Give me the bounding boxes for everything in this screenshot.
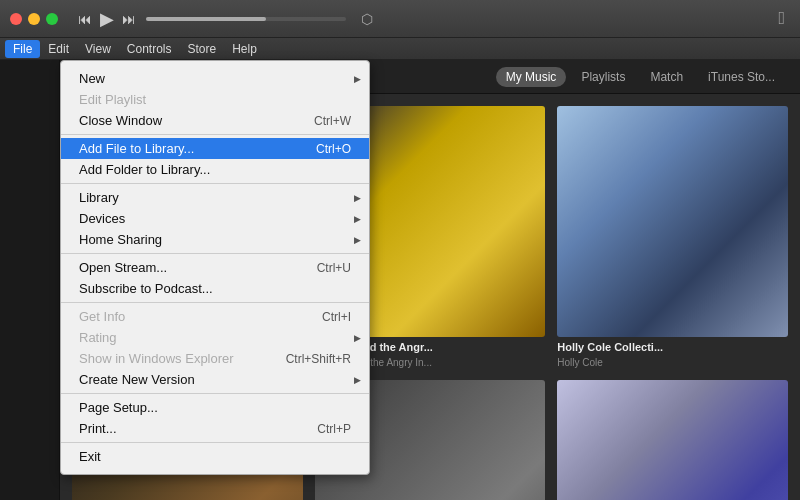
minimize-button[interactable]: [28, 13, 40, 25]
menu-rating: Rating: [61, 327, 369, 348]
close-button[interactable]: [10, 13, 22, 25]
rewind-button[interactable]: ⏮: [78, 11, 92, 27]
play-button[interactable]: ▶: [100, 8, 114, 30]
transport-controls: ⏮ ▶ ⏭: [78, 8, 136, 30]
album-artist: Holly Cole: [557, 357, 788, 368]
menu-add-folder[interactable]: Add Folder to Library...: [61, 159, 369, 180]
menu-edit-playlist: Edit Playlist: [61, 89, 369, 110]
menu-library[interactable]: Library: [61, 187, 369, 208]
menu-file[interactable]: File: [5, 40, 40, 58]
menu-section-5: Get Info Ctrl+I Rating Show in Windows E…: [61, 303, 369, 394]
menu-section-3: Library Devices Home Sharing: [61, 184, 369, 254]
album-title: Holly Cole Collecti...: [557, 341, 788, 353]
menu-section-7: Exit: [61, 443, 369, 470]
progress-fill: [146, 17, 266, 21]
menu-page-setup[interactable]: Page Setup...: [61, 397, 369, 418]
menu-bar: File Edit View Controls Store Help: [0, 38, 800, 60]
menu-home-sharing[interactable]: Home Sharing: [61, 229, 369, 250]
progress-bar[interactable]: [146, 17, 346, 21]
forward-button[interactable]: ⏭: [122, 11, 136, 27]
menu-section-2: Add File to Library... Ctrl+O Add Folder…: [61, 135, 369, 184]
airplay-icon[interactable]: ⬡: [361, 11, 373, 27]
menu-section-1: New Edit Playlist Close Window Ctrl+W: [61, 65, 369, 135]
menu-subscribe-podcast[interactable]: Subscribe to Podcast...: [61, 278, 369, 299]
tab-my-music[interactable]: My Music: [496, 67, 567, 87]
menu-help[interactable]: Help: [224, 40, 265, 58]
menu-get-info: Get Info Ctrl+I: [61, 306, 369, 327]
menu-devices[interactable]: Devices: [61, 208, 369, 229]
album-art: [557, 106, 788, 337]
menu-section-6: Page Setup... Print... Ctrl+P: [61, 394, 369, 443]
tab-itunes-store[interactable]: iTunes Sto...: [698, 67, 785, 87]
album-art: [557, 380, 788, 500]
window-controls: [10, 13, 58, 25]
maximize-button[interactable]: [46, 13, 58, 25]
tab-match[interactable]: Match: [640, 67, 693, 87]
menu-exit[interactable]: Exit: [61, 446, 369, 467]
menu-controls[interactable]: Controls: [119, 40, 180, 58]
menu-close-window[interactable]: Close Window Ctrl+W: [61, 110, 369, 131]
menu-store[interactable]: Store: [180, 40, 225, 58]
album-item[interactable]: Holly Cole Collecti... Holly Cole: [557, 106, 788, 368]
menu-create-version[interactable]: Create New Version: [61, 369, 369, 390]
title-bar: ⏮ ▶ ⏭ ⬡ : [0, 0, 800, 38]
menu-view[interactable]: View: [77, 40, 119, 58]
menu-new[interactable]: New: [61, 68, 369, 89]
menu-section-4: Open Stream... Ctrl+U Subscribe to Podca…: [61, 254, 369, 303]
menu-add-file[interactable]: Add File to Library... Ctrl+O: [61, 138, 369, 159]
sidebar: [0, 60, 60, 500]
tab-playlists[interactable]: Playlists: [571, 67, 635, 87]
file-menu-dropdown: New Edit Playlist Close Window Ctrl+W Ad…: [60, 60, 370, 475]
menu-show-explorer: Show in Windows Explorer Ctrl+Shift+R: [61, 348, 369, 369]
album-item[interactable]: Various Positions Leonard Cohen: [557, 380, 788, 500]
menu-print[interactable]: Print... Ctrl+P: [61, 418, 369, 439]
menu-edit[interactable]: Edit: [40, 40, 77, 58]
menu-open-stream[interactable]: Open Stream... Ctrl+U: [61, 257, 369, 278]
dropdown-menu: New Edit Playlist Close Window Ctrl+W Ad…: [60, 60, 370, 475]
itunes-window: ⏮ ▶ ⏭ ⬡  File Edit View Controls Store …: [0, 0, 800, 500]
apple-logo: : [778, 8, 785, 29]
